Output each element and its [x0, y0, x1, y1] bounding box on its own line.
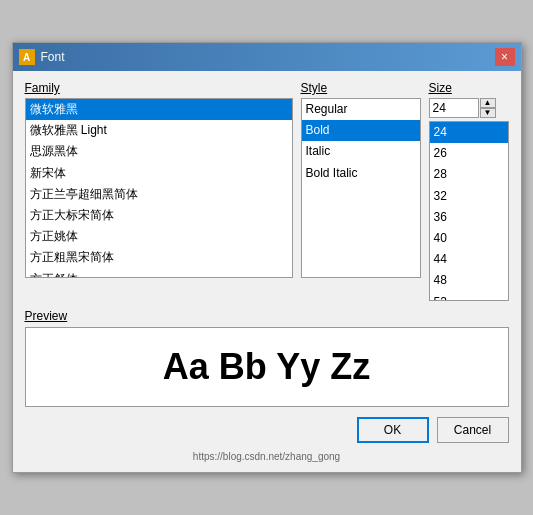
ok-button[interactable]: OK: [357, 417, 429, 443]
size-label: Size: [429, 81, 509, 95]
preview-label: Preview: [25, 309, 509, 323]
family-list-item[interactable]: 方正姚体: [26, 226, 292, 247]
size-list-item[interactable]: 44: [430, 249, 508, 270]
button-row: OK Cancel: [25, 417, 509, 449]
family-list-item[interactable]: 新宋体: [26, 163, 292, 184]
preview-section: Preview Aa Bb Yy Zz: [25, 309, 509, 407]
family-list-item[interactable]: 思源黑体: [26, 141, 292, 162]
family-listbox[interactable]: 微软雅黑微软雅黑 Light思源黑体新宋体方正兰亭超细黑简体方正大标宋简体方正姚…: [25, 98, 293, 278]
font-dialog: A Font × Family 微软雅黑微软雅黑 Light思源黑体新宋体方正兰…: [12, 42, 522, 473]
family-list-item[interactable]: 方正粗黑宋简体: [26, 247, 292, 268]
style-listbox[interactable]: RegularBoldItalicBold Italic: [301, 98, 421, 278]
size-list-item[interactable]: 52: [430, 292, 508, 302]
size-list-item[interactable]: 48: [430, 270, 508, 291]
family-list-item[interactable]: 方正大标宋简体: [26, 205, 292, 226]
family-list-item[interactable]: 微软雅黑: [26, 99, 292, 120]
spin-down-button[interactable]: ▼: [480, 108, 496, 118]
size-input-row: ▲ ▼: [429, 98, 509, 118]
style-column: Style RegularBoldItalicBold Italic: [301, 81, 421, 301]
cancel-button[interactable]: Cancel: [437, 417, 509, 443]
spin-buttons: ▲ ▼: [480, 98, 496, 118]
size-list-item[interactable]: 40: [430, 228, 508, 249]
style-label: Style: [301, 81, 421, 95]
style-list-item[interactable]: Bold Italic: [302, 163, 420, 184]
close-button[interactable]: ×: [495, 48, 515, 66]
size-list-item[interactable]: 26: [430, 143, 508, 164]
size-list-item[interactable]: 36: [430, 207, 508, 228]
size-column: Size ▲ ▼ 242628323640444852: [429, 81, 509, 301]
columns-row: Family 微软雅黑微软雅黑 Light思源黑体新宋体方正兰亭超细黑简体方正大…: [25, 81, 509, 301]
dialog-title: Font: [41, 50, 65, 64]
dialog-body: Family 微软雅黑微软雅黑 Light思源黑体新宋体方正兰亭超细黑简体方正大…: [13, 71, 521, 472]
family-list-item[interactable]: 微软雅黑 Light: [26, 120, 292, 141]
family-list-item[interactable]: 方正舒体: [26, 269, 292, 279]
family-list-item[interactable]: 方正兰亭超细黑简体: [26, 184, 292, 205]
title-bar-left: A Font: [19, 49, 65, 65]
size-list-item[interactable]: 28: [430, 164, 508, 185]
preview-text: Aa Bb Yy Zz: [163, 346, 370, 388]
size-list-item[interactable]: 32: [430, 186, 508, 207]
title-bar: A Font ×: [13, 43, 521, 71]
style-list-item[interactable]: Regular: [302, 99, 420, 120]
preview-box: Aa Bb Yy Zz: [25, 327, 509, 407]
style-list-item[interactable]: Bold: [302, 120, 420, 141]
spin-up-button[interactable]: ▲: [480, 98, 496, 108]
dialog-icon: A: [19, 49, 35, 65]
style-list-item[interactable]: Italic: [302, 141, 420, 162]
watermark: https://blog.csdn.net/zhang_gong: [25, 451, 509, 462]
family-label: Family: [25, 81, 293, 95]
size-listbox[interactable]: 242628323640444852: [429, 121, 509, 301]
size-input[interactable]: [429, 98, 479, 118]
size-list-item[interactable]: 24: [430, 122, 508, 143]
family-column: Family 微软雅黑微软雅黑 Light思源黑体新宋体方正兰亭超细黑简体方正大…: [25, 81, 293, 301]
